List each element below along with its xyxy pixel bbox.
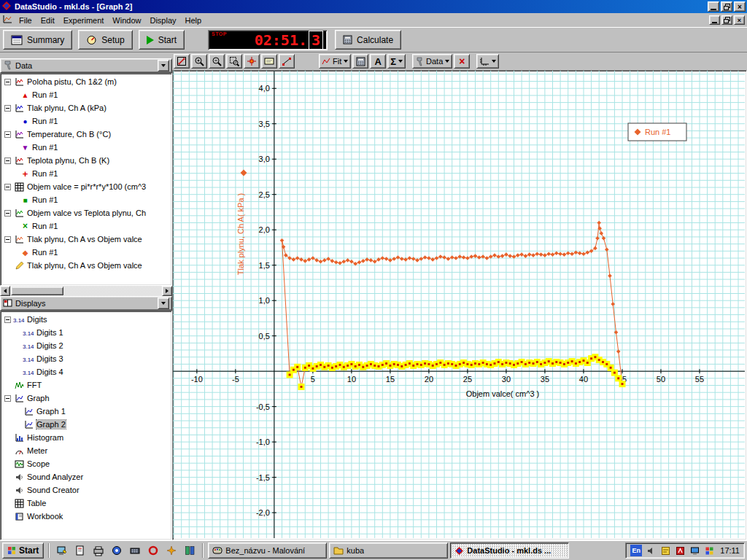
display-item[interactable]: FFT — [1, 378, 171, 392]
data-item[interactable]: Tlak plynu, Ch A vs Objem valce — [1, 259, 171, 272]
menu-experiment[interactable]: Experiment — [59, 15, 109, 26]
collapse-icon[interactable] — [4, 79, 11, 85]
collapse-icon[interactable] — [4, 316, 11, 323]
display-item[interactable]: Table — [1, 497, 171, 510]
scrollbar-thumb[interactable] — [11, 287, 63, 295]
data-item[interactable]: Poloha pistu, Ch 1&2 (m) — [1, 75, 171, 88]
close-button[interactable]: × — [734, 1, 746, 12]
smart-tool-button[interactable] — [244, 54, 260, 69]
quicklaunch-icon-8[interactable] — [182, 542, 198, 559]
data-menu-button[interactable]: Data — [412, 54, 452, 69]
run-item[interactable]: ■ Run #1 — [1, 193, 171, 206]
collapse-icon[interactable] — [4, 105, 11, 112]
quicklaunch-icon-1[interactable] — [54, 542, 70, 559]
graph-plot[interactable]: -10-55101520253035404550554,03,53,02,52,… — [173, 71, 745, 538]
quicklaunch-icon-5[interactable] — [127, 542, 143, 559]
axis-settings-button[interactable] — [476, 54, 499, 69]
statistics-menu-button[interactable]: Σ — [387, 54, 406, 69]
display-item[interactable]: 3.14 Digits 4 — [1, 365, 171, 378]
data-item[interactable]: Tlak plynu, Ch A (kPa) — [1, 101, 171, 114]
collapse-icon[interactable] — [4, 210, 11, 217]
run-item[interactable]: + Run #1 — [1, 167, 171, 180]
data-item[interactable]: Teplota plynu, Ch B (K) — [1, 154, 171, 167]
display-item[interactable]: Graph 1 — [1, 405, 171, 418]
data-item[interactable]: Objem valce = pi*r*r*y*100 (cm^3 — [1, 180, 171, 193]
display-item[interactable]: 3.14 Digits 3 — [1, 352, 171, 365]
collapse-icon[interactable] — [4, 158, 11, 164]
child-restore-button[interactable] — [721, 15, 732, 25]
text-tool-button[interactable]: A — [370, 54, 386, 69]
quicklaunch-icon-2[interactable] — [72, 542, 88, 559]
display-item[interactable]: 3.14 Digits 1 — [1, 326, 171, 339]
delete-button[interactable]: × — [454, 54, 470, 69]
chevron-down-icon — [161, 64, 166, 67]
task-button-paint[interactable]: Bez_názvu - Malování — [208, 542, 327, 559]
scroll-right-button[interactable] — [162, 286, 172, 296]
calculator-button[interactable] — [352, 54, 368, 69]
volume-icon[interactable] — [645, 545, 657, 556]
misc-tray-icon[interactable] — [703, 545, 715, 556]
window-title: DataStudio - mkl.ds - [Graph 2] — [15, 2, 708, 11]
timer-digits: 02:51. — [255, 31, 307, 49]
display-item[interactable]: Graph — [1, 392, 171, 405]
menu-edit[interactable]: Edit — [36, 15, 59, 26]
display-item[interactable]: Workbook — [1, 510, 171, 523]
display-item[interactable]: Meter — [1, 444, 171, 457]
collapse-icon[interactable] — [4, 395, 11, 402]
task-button-folder[interactable]: kuba — [329, 542, 448, 559]
antivirus-icon[interactable] — [674, 545, 686, 556]
menu-display[interactable]: Display — [145, 15, 180, 26]
task-button-datastudio[interactable]: DataStudio - mkl.ds ... — [450, 542, 569, 559]
collapse-icon[interactable] — [4, 131, 11, 138]
setup-button[interactable]: Setup — [78, 30, 132, 50]
display-item[interactable]: 3.14 Digits 2 — [1, 339, 171, 352]
minimize-button[interactable] — [708, 1, 719, 12]
clock[interactable]: 17:11 — [720, 546, 740, 555]
summary-button[interactable]: Summary — [3, 30, 72, 50]
display-item[interactable]: 3.14 Digits — [1, 313, 171, 326]
child-close-button[interactable]: × — [734, 15, 745, 25]
quicklaunch-icon-7[interactable] — [163, 542, 179, 559]
collapse-icon[interactable] — [4, 236, 11, 243]
zoom-select-button[interactable] — [226, 54, 242, 69]
calculate-button[interactable]: Calculate — [335, 30, 401, 50]
display-item-selected[interactable]: Graph 2 — [1, 418, 171, 431]
collapse-icon[interactable] — [4, 184, 11, 190]
note-tool-button[interactable] — [261, 54, 277, 69]
display-item[interactable]: Histogram — [1, 431, 171, 444]
zoom-in-button[interactable] — [191, 54, 207, 69]
zoom-out-button[interactable] — [209, 54, 225, 69]
display-item[interactable]: Sound Analyzer — [1, 470, 171, 483]
scroll-left-button[interactable] — [0, 286, 10, 296]
start-button[interactable]: Start — [139, 30, 185, 50]
data-item[interactable]: Objem valce vs Teplota plynu, Ch — [1, 206, 171, 219]
menu-file[interactable]: File — [15, 15, 36, 26]
menu-window[interactable]: Window — [108, 15, 145, 26]
restore-button[interactable] — [721, 1, 732, 12]
display-item[interactable]: Sound Creator — [1, 483, 171, 497]
data-item[interactable]: Tlak plynu, Ch A vs Objem valce — [1, 233, 171, 246]
display-icon[interactable] — [689, 545, 700, 556]
run-item[interactable]: ◆ Run #1 — [1, 246, 171, 259]
scale-to-fit-button[interactable] — [174, 54, 190, 69]
scheduler-icon[interactable] — [659, 545, 671, 556]
run-item[interactable]: ▲ Run #1 — [1, 88, 171, 101]
quicklaunch-icon-4[interactable] — [109, 542, 125, 559]
horizontal-scrollbar[interactable] — [0, 286, 172, 296]
fit-menu-button[interactable]: Fit — [319, 54, 351, 69]
quicklaunch-icon-3[interactable] — [90, 542, 107, 559]
data-item[interactable]: Temperature, Ch B (°C) — [1, 128, 171, 141]
display-item[interactable]: Scope — [1, 457, 171, 470]
data-panel-menu-button[interactable] — [158, 60, 169, 71]
graph-plot-area[interactable]: -10-55101520253035404550554,03,53,02,52,… — [172, 70, 747, 540]
run-item[interactable]: × Run #1 — [1, 219, 171, 233]
slope-tool-button[interactable] — [279, 54, 295, 69]
child-minimize-button[interactable] — [709, 15, 720, 25]
menu-help[interactable]: Help — [181, 15, 206, 26]
quicklaunch-icon-6[interactable] — [145, 542, 161, 559]
run-item[interactable]: ● Run #1 — [1, 114, 171, 128]
language-indicator[interactable]: En — [630, 545, 642, 556]
start-menu-button[interactable]: Start — [2, 542, 44, 559]
displays-panel-menu-button[interactable] — [158, 298, 169, 309]
run-item[interactable]: ▼ Run #1 — [1, 141, 171, 154]
